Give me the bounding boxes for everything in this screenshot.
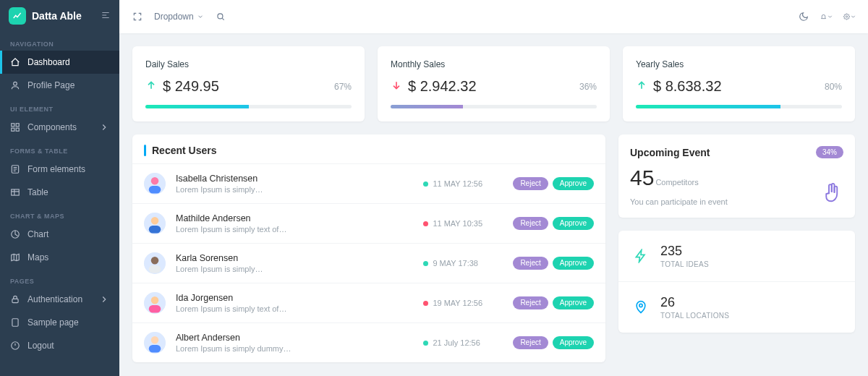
- sales-card: Yearly Sales $ 8.638.32 80%: [623, 46, 855, 121]
- approve-button[interactable]: Approve: [553, 296, 594, 309]
- user-subtext: Lorem Ipsum is simply…: [176, 265, 413, 273]
- topbar: Dropdown: [119, 0, 868, 33]
- stats-panel: 235 TOTAL IDEAS 26 TOTAL LOCATIONS: [618, 231, 855, 333]
- fullscreen-icon[interactable]: [131, 10, 144, 23]
- card-percent: 80%: [825, 82, 842, 92]
- svg-rect-3: [12, 128, 14, 131]
- sidebar-item-label: Chart: [27, 229, 48, 239]
- sidebar-section-navigation: NAVIGATION: [0, 32, 119, 51]
- sidebar-item-maps[interactable]: Maps: [0, 246, 119, 269]
- sidebar-item-label: Authentication: [27, 294, 82, 304]
- reject-button[interactable]: Reject: [513, 336, 548, 349]
- svg-point-11: [218, 14, 223, 19]
- sidebar-item-components[interactable]: Components: [0, 116, 119, 139]
- brand: Datta Able: [0, 0, 119, 32]
- svg-point-23: [151, 296, 159, 304]
- avatar: [144, 173, 166, 195]
- reject-button[interactable]: Reject: [513, 296, 548, 309]
- svg-point-0: [14, 82, 17, 85]
- user-time: 11 MAY 12:56: [433, 179, 482, 188]
- sidebar: Datta Able NAVIGATION Dashboard Profile …: [0, 0, 119, 376]
- status-dot: [423, 181, 428, 187]
- user-time: 11 MAY 10:35: [433, 219, 482, 228]
- status-dot: [423, 261, 428, 266]
- sidebar-item-label: Table: [27, 187, 48, 197]
- approve-button[interactable]: Approve: [553, 217, 594, 230]
- user-time: 9 MAY 17:38: [433, 259, 478, 268]
- arrow-down-icon: [391, 80, 402, 93]
- approve-button[interactable]: Approve: [553, 257, 594, 270]
- competitors-label: Competitors: [655, 178, 698, 187]
- reject-button[interactable]: Reject: [513, 217, 548, 230]
- theme-toggle-icon[interactable]: [797, 10, 810, 23]
- sidebar-item-authentication[interactable]: Authentication: [0, 288, 119, 311]
- approve-button[interactable]: Approve: [553, 336, 594, 349]
- user-row: Ida Jorgensen Lorem Ipsum is simply text…: [132, 283, 605, 322]
- user-name: Isabella Christensen: [176, 174, 413, 184]
- sidebar-section-chart: CHART & MAPS: [0, 204, 119, 223]
- sidebar-item-sample-page[interactable]: Sample page: [0, 311, 119, 334]
- svg-rect-9: [12, 319, 18, 327]
- sidebar-section-forms: FORMS & TABLE: [0, 139, 119, 158]
- progress-bar: [636, 105, 842, 108]
- chevron-down-icon: [197, 13, 204, 20]
- svg-rect-2: [16, 124, 19, 127]
- search-icon[interactable]: [214, 10, 227, 23]
- card-amount: $ 8.638.32: [653, 78, 722, 95]
- competitors-count: 45: [630, 166, 654, 190]
- avatar: [144, 292, 166, 314]
- sidebar-item-label: Maps: [27, 252, 48, 262]
- dropdown-menu[interactable]: Dropdown: [154, 12, 204, 22]
- card-percent: 67%: [334, 82, 352, 92]
- approve-button[interactable]: Approve: [553, 177, 594, 190]
- accent-bar: [144, 145, 146, 156]
- chevron-down-icon: [827, 12, 833, 22]
- reject-button[interactable]: Reject: [513, 257, 548, 270]
- sidebar-item-logout[interactable]: Logout: [0, 334, 119, 357]
- pin-icon: [631, 298, 650, 317]
- panel-title: Upcoming Event: [630, 147, 710, 158]
- svg-point-14: [151, 177, 159, 185]
- sidebar-item-table[interactable]: Table: [0, 181, 119, 204]
- sidebar-item-label: Sample page: [27, 317, 79, 328]
- sidebar-section-ui: UI ELEMENT: [0, 97, 119, 116]
- progress-bar: [391, 105, 597, 108]
- user-subtext: Lorem Ipsum is simply…: [176, 185, 413, 194]
- svg-point-12: [846, 16, 847, 17]
- percent-badge: 34%: [816, 146, 843, 158]
- card-amount: $ 2.942.32: [408, 78, 477, 95]
- svg-point-17: [151, 217, 159, 225]
- stat-row: 26 TOTAL LOCATIONS: [618, 281, 855, 333]
- sidebar-item-form-elements[interactable]: Form elements: [0, 158, 119, 181]
- svg-point-26: [151, 336, 159, 344]
- sales-card: Monthly Sales $ 2.942.32 36%: [378, 46, 610, 121]
- stat-value: 26: [660, 295, 729, 310]
- status-dot: [423, 301, 428, 306]
- progress-bar: [145, 105, 352, 108]
- sidebar-item-profile[interactable]: Profile Page: [0, 74, 119, 97]
- status-dot: [423, 341, 428, 346]
- svg-rect-18: [149, 226, 161, 234]
- notifications-icon[interactable]: [820, 10, 833, 23]
- zap-icon: [631, 247, 650, 265]
- svg-rect-15: [149, 186, 161, 194]
- svg-rect-8: [12, 299, 18, 302]
- sales-card: Daily Sales $ 249.95 67%: [132, 46, 365, 121]
- avatar: [144, 213, 166, 234]
- reject-button[interactable]: Reject: [513, 177, 548, 190]
- user-name: Karla Sorensen: [176, 253, 413, 263]
- stat-row: 235 TOTAL IDEAS: [618, 231, 855, 281]
- user-row: Albert Andersen Lorem Ipsum is simply du…: [132, 322, 605, 362]
- svg-rect-1: [12, 124, 14, 127]
- arrow-up-icon: [145, 80, 157, 93]
- sidebar-item-chart[interactable]: Chart: [0, 223, 119, 246]
- card-label: Monthly Sales: [391, 59, 597, 69]
- user-time: 19 MAY 12:56: [433, 299, 482, 307]
- settings-icon[interactable]: [843, 10, 856, 23]
- recent-users-panel: Recent Users Isabella Christensen Lorem …: [132, 134, 605, 362]
- stat-label: TOTAL IDEAS: [660, 260, 709, 268]
- svg-point-20: [151, 257, 159, 265]
- menu-toggle-icon[interactable]: [101, 10, 111, 22]
- panel-title: Recent Users: [152, 145, 217, 156]
- sidebar-item-dashboard[interactable]: Dashboard: [0, 51, 119, 74]
